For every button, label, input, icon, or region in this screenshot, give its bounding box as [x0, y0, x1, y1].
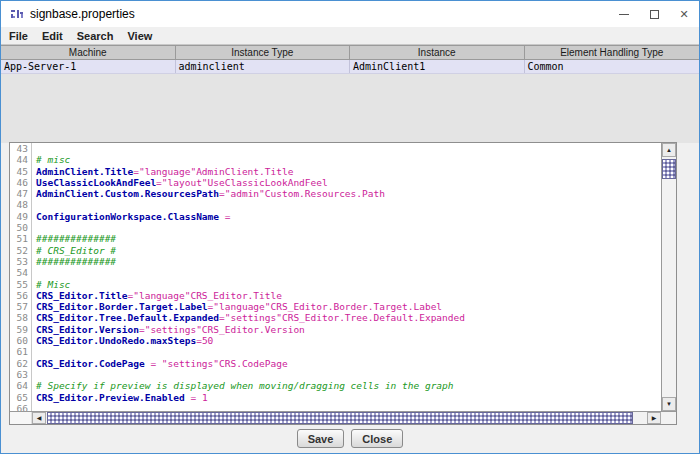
code-line	[36, 199, 661, 210]
line-number: 44	[10, 154, 28, 165]
code-line: CRS_Editor.CodePage = "settings"CRS.Code…	[36, 358, 661, 369]
instance-table: MachineInstance TypeInstanceElement Hand…	[1, 45, 699, 143]
scroll-right-arrow-icon[interactable]: ▶	[647, 412, 661, 424]
minimize-button[interactable]	[609, 1, 639, 27]
line-number: 60	[10, 335, 28, 346]
table-cell: AdminClient1	[350, 60, 525, 73]
vertical-scroll-track[interactable]	[662, 157, 676, 397]
horizontal-scroll-track[interactable]	[46, 412, 647, 424]
token-key: CRS_Editor.UndoRedo.maxSteps	[36, 335, 196, 346]
code-line: # CRS_Editor #	[36, 245, 661, 256]
code-line	[36, 222, 661, 233]
menu-search[interactable]: Search	[77, 30, 122, 42]
code-line: CRS_Editor.Preview.Enabled = 1	[36, 392, 661, 403]
menubar: FileEditSearchView	[1, 27, 699, 45]
token-value: =50	[196, 335, 213, 346]
table-cell: adminclient	[176, 60, 351, 73]
scroll-left-arrow-icon[interactable]: ◀	[32, 412, 46, 424]
token-key: CRS_Editor.Tree.Default.Expanded	[36, 312, 219, 323]
vertical-scroll-thumb[interactable]	[662, 159, 676, 179]
close-editor-button[interactable]: Close	[351, 429, 403, 448]
maximize-button[interactable]	[639, 1, 669, 27]
save-button[interactable]: Save	[297, 429, 345, 448]
table-cell: Common	[525, 60, 700, 73]
line-number: 63	[10, 369, 28, 380]
token-value: ="settings"CRS_Editor.Tree.Default.Expan…	[219, 312, 465, 323]
token-comment: # Specify if preview is displayed when m…	[36, 380, 454, 391]
token-comment: ##############	[36, 233, 116, 244]
code-line: ConfigurationWorkspace.ClassName =	[36, 211, 661, 222]
token-key: CRS_Editor.Version	[36, 324, 139, 335]
token-value: =	[219, 211, 230, 222]
table-header: MachineInstance TypeInstanceElement Hand…	[1, 46, 699, 60]
line-number: 57	[10, 301, 28, 312]
close-button[interactable]: ✕	[669, 1, 699, 27]
token-key: CRS_Editor.CodePage	[36, 358, 145, 369]
table-row[interactable]: App-Server-1adminclientAdminClient1Commo…	[1, 60, 699, 74]
editor-main: 4344454647484950515253545556575859606162…	[10, 143, 676, 411]
column-header[interactable]: Machine	[1, 46, 176, 59]
line-number: 43	[10, 143, 28, 154]
table-empty-area	[1, 74, 699, 143]
menu-view[interactable]: View	[127, 30, 160, 42]
line-number: 54	[10, 267, 28, 278]
titlebar: signbase.properties ✕	[1, 1, 699, 27]
line-number: 48	[10, 199, 28, 210]
line-number: 53	[10, 256, 28, 267]
line-number: 64	[10, 380, 28, 391]
line-number: 56	[10, 290, 28, 301]
horizontal-scroll-thumb[interactable]	[47, 412, 633, 424]
token-key: AdminClient.Custom.ResourcesPath	[36, 188, 219, 199]
scrollbar-corner-left	[10, 412, 32, 424]
line-number: 66	[10, 403, 28, 411]
token-value: = "settings"CRS.CodePage	[145, 358, 288, 369]
line-number: 58	[10, 312, 28, 323]
column-header[interactable]: Instance	[350, 46, 525, 59]
vertical-scrollbar[interactable]: ▲ ▼	[661, 143, 676, 411]
token-value: ="language"AdminClient.Title	[133, 166, 293, 177]
menu-edit[interactable]: Edit	[42, 30, 71, 42]
code-area[interactable]: # miscAdminClient.Title="language"AdminC…	[32, 143, 661, 411]
code-line: # Misc	[36, 279, 661, 290]
code-line: AdminClient.Custom.ResourcesPath="admin"…	[36, 188, 661, 199]
window-title: signbase.properties	[30, 7, 135, 21]
scrollbar-corner-right	[661, 412, 676, 424]
code-line: CRS_Editor.UndoRedo.maxSteps=50	[36, 335, 661, 346]
column-header[interactable]: Element Handling Type	[525, 46, 700, 59]
code-line: CRS_Editor.Version="settings"CRS_Editor.…	[36, 324, 661, 335]
scroll-down-arrow-icon[interactable]: ▼	[662, 397, 676, 411]
code-line	[36, 143, 661, 154]
line-number: 49	[10, 211, 28, 222]
code-line	[36, 346, 661, 357]
line-number: 52	[10, 245, 28, 256]
code-line: ##############	[36, 233, 661, 244]
line-number-gutter: 4344454647484950515253545556575859606162…	[10, 143, 32, 411]
scroll-up-arrow-icon[interactable]: ▲	[662, 143, 676, 157]
token-key: CRS_Editor.Title	[36, 290, 128, 301]
token-value: ="admin"Custom.Resources.Path	[219, 188, 385, 199]
menu-file[interactable]: File	[9, 30, 36, 42]
horizontal-scrollbar[interactable]: ◀ ▶	[10, 411, 676, 424]
column-header[interactable]: Instance Type	[176, 46, 351, 59]
line-number: 46	[10, 177, 28, 188]
token-key: CRS_Editor.Preview.Enabled	[36, 392, 185, 403]
line-number: 47	[10, 188, 28, 199]
code-line: CRS_Editor.Border.Target.Label="language…	[36, 301, 661, 312]
properties-editor[interactable]: 4344454647484950515253545556575859606162…	[9, 142, 677, 425]
app-window: signbase.properties ✕ FileEditSearchView…	[0, 0, 700, 454]
token-value: ="language"CRS_Editor.Border.Target.Labe…	[208, 301, 443, 312]
token-value: ="layout"UseClassicLookAndFeel	[156, 177, 328, 188]
line-number: 65	[10, 392, 28, 403]
token-value: ="language"CRS_Editor.Title	[128, 290, 282, 301]
code-line	[36, 267, 661, 278]
code-line: AdminClient.Title="language"AdminClient.…	[36, 166, 661, 177]
token-comment: # misc	[36, 154, 70, 165]
code-line: ##############	[36, 256, 661, 267]
line-number: 55	[10, 279, 28, 290]
code-line: # Specify if preview is displayed when m…	[36, 380, 661, 391]
token-key: ConfigurationWorkspace.ClassName	[36, 211, 219, 222]
token-key: AdminClient.Title	[36, 166, 133, 177]
line-number: 59	[10, 324, 28, 335]
line-number: 45	[10, 166, 28, 177]
code-line: UseClassicLookAndFeel="layout"UseClassic…	[36, 177, 661, 188]
